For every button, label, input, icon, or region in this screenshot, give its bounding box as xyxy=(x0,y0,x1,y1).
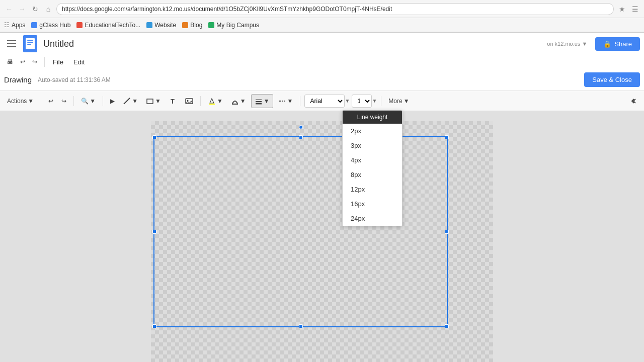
sep-4 xyxy=(103,96,103,106)
menu-file[interactable]: File xyxy=(49,57,67,67)
more-chevron: ▼ xyxy=(404,98,410,105)
image-tool-icon xyxy=(185,97,193,105)
undo-draw-button[interactable]: ↩ xyxy=(45,94,56,108)
bookmark-gclass[interactable]: gClass Hub xyxy=(31,22,70,29)
handle-middle-left[interactable] xyxy=(152,230,156,234)
hamburger-line-2 xyxy=(7,43,16,44)
bookmark-bigcampus[interactable]: My Big Campus xyxy=(208,22,259,29)
bookmark-apps[interactable]: ☷ Apps xyxy=(4,22,25,29)
text-tool-button[interactable]: T xyxy=(166,94,180,108)
share-button[interactable]: 🔒 Share xyxy=(595,37,640,51)
line-weight-2px[interactable]: 2px xyxy=(343,124,402,138)
gclass-icon xyxy=(31,22,37,28)
auto-saved-label: Auto-saved at 11:31:36 AM xyxy=(38,76,111,83)
bookmarks-bar: ☷ Apps gClass Hub EducationalTechTo... W… xyxy=(0,18,644,32)
docs-logo xyxy=(23,35,37,52)
sep-5 xyxy=(200,96,201,106)
handle-top-center[interactable] xyxy=(299,135,303,139)
size-select[interactable]: 14 xyxy=(352,95,372,108)
sep-7 xyxy=(381,96,381,106)
sep-2 xyxy=(41,96,41,106)
svg-rect-6 xyxy=(232,104,238,105)
fill-chevron: ▼ xyxy=(217,98,223,105)
drawing-title-section: Drawing Auto-saved at 11:31:36 AM xyxy=(4,75,111,84)
blog-icon xyxy=(182,22,188,28)
handle-middle-right[interactable] xyxy=(445,230,449,234)
handle-bottom-left[interactable] xyxy=(152,324,156,328)
home-button[interactable]: ⌂ xyxy=(43,4,53,14)
select-tool-button[interactable]: ▶ xyxy=(107,94,118,108)
line-weight-8px[interactable]: 8px xyxy=(343,167,402,182)
undo-button[interactable]: ↩ xyxy=(17,55,28,69)
selected-rectangle[interactable] xyxy=(153,136,448,327)
line-weight-button[interactable]: ▼ xyxy=(251,94,273,108)
actions-button[interactable]: Actions ▼ xyxy=(4,94,37,108)
drawing-editor: Drawing Auto-saved at 11:31:36 AM Save &… xyxy=(0,69,644,362)
hamburger-line-3 xyxy=(7,46,16,47)
bookmark-website[interactable]: Website xyxy=(146,22,176,29)
svg-rect-5 xyxy=(209,104,215,105)
document-title-input[interactable] xyxy=(41,38,543,50)
handle-bottom-center[interactable] xyxy=(299,324,303,328)
shape-tool-button[interactable]: ▼ xyxy=(143,94,164,108)
line-tool-icon xyxy=(123,97,131,105)
forward-button[interactable]: → xyxy=(17,4,27,14)
docs-header: on k12.mo.us ▼ 🔒 Share 🖶 ↩ ↪ File Edit xyxy=(0,33,644,69)
line-weight-4px[interactable]: 4px xyxy=(343,153,402,167)
drawing-toolbar: Actions ▼ ↩ ↪ 🔍 ▼ ▶ ▼ xyxy=(0,91,644,111)
redo-draw-button[interactable]: ↪ xyxy=(58,94,69,108)
drawing-header: Drawing Auto-saved at 11:31:36 AM Save &… xyxy=(0,69,644,91)
sep-3 xyxy=(73,96,74,106)
app-body: on k12.mo.us ▼ 🔒 Share 🖶 ↩ ↪ File Edit D… xyxy=(0,33,644,362)
line-weight-16px[interactable]: 16px xyxy=(343,197,402,211)
bookmark-star-button[interactable]: ★ xyxy=(617,4,627,14)
print-button[interactable]: 🖶 xyxy=(4,55,16,69)
bigcampus-icon xyxy=(208,22,214,28)
font-select[interactable]: Arial xyxy=(304,95,345,108)
zoom-button[interactable]: 🔍 ▼ xyxy=(78,94,99,108)
zoom-icon: 🔍 xyxy=(81,98,89,105)
collapse-icon xyxy=(629,97,637,105)
redo-button[interactable]: ↪ xyxy=(29,55,40,69)
line-dash-button[interactable]: ▼ xyxy=(275,94,296,108)
more-button[interactable]: More ▼ xyxy=(385,94,412,108)
line-color-button[interactable]: ▼ xyxy=(228,94,249,108)
bookmark-edtech[interactable]: EducationalTechTo... xyxy=(76,22,140,29)
svg-point-4 xyxy=(187,100,188,101)
bookmark-blog[interactable]: Blog xyxy=(182,22,202,29)
line-weight-icon xyxy=(255,97,263,105)
line-weight-3px[interactable]: 3px xyxy=(343,138,402,153)
address-bar[interactable] xyxy=(56,3,614,15)
menu-edit[interactable]: Edit xyxy=(69,57,89,67)
hamburger-line-1 xyxy=(7,40,16,41)
menu-button[interactable]: ☰ xyxy=(630,4,640,14)
font-chevron: ▼ xyxy=(345,98,350,104)
line-weight-12px[interactable]: 12px xyxy=(343,182,402,197)
canvas-area[interactable] xyxy=(0,111,644,362)
hamburger-menu[interactable] xyxy=(4,36,19,51)
line-weight-24px[interactable]: 24px xyxy=(343,211,402,226)
refresh-button[interactable]: ↻ xyxy=(30,4,40,14)
zoom-chevron: ▼ xyxy=(90,98,96,105)
line-tool-button[interactable]: ▼ xyxy=(120,94,141,108)
line-color-icon xyxy=(231,97,239,105)
share-icon: 🔒 xyxy=(603,40,611,48)
image-tool-button[interactable] xyxy=(182,94,196,108)
save-close-button[interactable]: Save & Close xyxy=(584,72,640,87)
separator-1 xyxy=(44,57,45,67)
line-weight-dropdown: Line weight 2px 3px 4px 8px 12px 16px 24… xyxy=(342,110,403,226)
handle-top-left[interactable] xyxy=(152,135,156,139)
browser-toolbar: ← → ↻ ⌂ ★ ☰ xyxy=(0,0,644,18)
rotation-handle[interactable] xyxy=(299,125,303,129)
actions-label: Actions xyxy=(7,98,27,105)
sep-6 xyxy=(300,96,300,106)
svg-line-0 xyxy=(124,98,130,104)
handle-bottom-right[interactable] xyxy=(445,324,449,328)
fill-color-button[interactable]: ▼ xyxy=(205,94,226,108)
collapse-sidebar-button[interactable] xyxy=(626,94,640,108)
docs-cloud-save: on k12.mo.us ▼ xyxy=(547,41,587,47)
handle-top-right[interactable] xyxy=(445,135,449,139)
line-weight-tooltip: Line weight xyxy=(343,111,402,124)
line-chevron: ▼ xyxy=(132,98,138,105)
back-button[interactable]: ← xyxy=(4,4,14,14)
